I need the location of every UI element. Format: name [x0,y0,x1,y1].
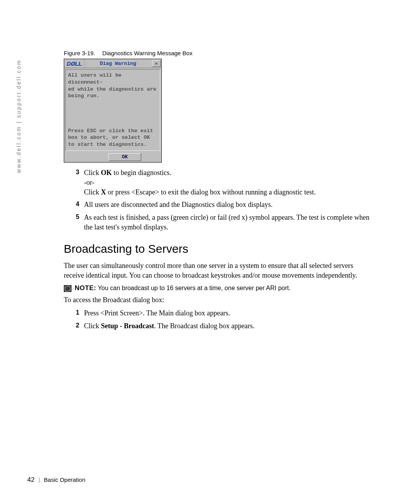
figure-caption: Figure 3-19.Diagnostics Warning Message … [64,50,375,56]
step-number: 2 [64,321,84,331]
sidebar-url: www.dell.com | support.dell.com [16,52,23,173]
footer-separator: | [38,476,40,483]
figure-title: Diagnostics Warning Message Box [102,50,192,56]
dialog-message-top: All users will be disconnect- ed while t… [68,72,158,100]
close-button[interactable]: ✕ [152,60,161,67]
page-content: Figure 3-19.Diagnostics Warning Message … [64,50,375,334]
dialog-titlebar: DØLL Diag Warning ✕ [64,59,161,68]
page-number: 42 [27,476,35,484]
step-list-a: 3Click OK to begin diagnostics.-or-Click… [64,168,375,232]
step-number: 4 [64,200,84,210]
close-icon: ✕ [155,61,158,66]
list-item: 1Press <Print Screen>. The Main dialog b… [64,308,375,318]
footer-section: Basic Operation [44,476,86,483]
diag-warning-dialog: DØLL Diag Warning ✕ All users will be di… [64,59,162,163]
intro-paragraph: The user can simultaneously control more… [64,261,375,280]
step-number: 3 [64,168,84,197]
list-item: 2Click Setup - Broadcast. The Broadcast … [64,321,375,331]
dell-logo: DØLL [64,59,85,68]
list-item: 4All users are disconnected and the Diag… [64,200,375,210]
step-number: 5 [64,213,84,232]
list-item: 5As each test is finished, a pass (green… [64,213,375,232]
list-item: 3Click OK to begin diagnostics.-or-Click… [64,168,375,197]
access-line: To access the Broadcast dialog box: [64,295,375,305]
dialog-button-row: OK [64,152,161,162]
step-body: Press <Print Screen>. The Main dialog bo… [84,308,375,318]
step-body: All users are disconnected and the Diagn… [84,200,375,210]
dialog-title: Diag Warning [85,59,151,68]
note-line: NOTE: You can broadcast up to 16 servers… [64,284,375,292]
note-body: You can broadcast up to 16 servers at a … [98,285,291,291]
ok-button[interactable]: OK [108,153,141,161]
note-icon [64,285,72,292]
figure-number: Figure 3-19. [64,50,95,56]
step-number: 1 [64,308,84,318]
dialog-body: All users will be disconnect- ed while t… [65,69,160,151]
note-label: NOTE: [75,284,96,292]
step-body: As each test is finished, a pass (green … [84,213,375,232]
step-body: Click OK to begin diagnostics.-or-Click … [84,168,375,197]
dialog-message-bottom: Press ESC or click the exit box to abort… [68,128,158,148]
step-list-b: 1Press <Print Screen>. The Main dialog b… [64,308,375,331]
note-text: NOTE: You can broadcast up to 16 servers… [75,284,290,292]
page-footer: 42 | Basic Operation [27,476,86,484]
step-body: Click Setup - Broadcast. The Broadcast d… [84,321,375,331]
section-heading: Broadcasting to Servers [64,242,375,256]
